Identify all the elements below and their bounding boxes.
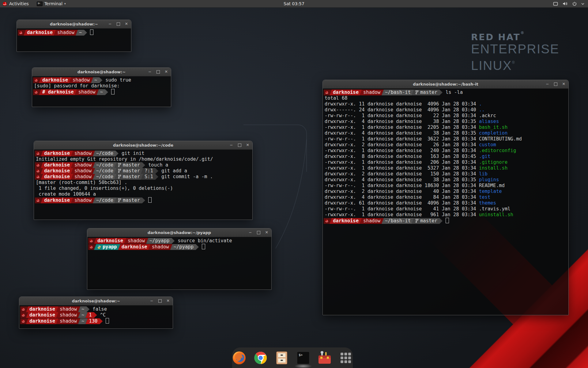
maximize-button[interactable] (117, 22, 120, 26)
ls-columns: drwxrwxr-x. 2 darknoise darknoise 150 Ja… (325, 171, 479, 177)
prompt-segment-user: darknoise (39, 77, 71, 83)
maximize-button[interactable] (257, 231, 260, 234)
output-line: drwxrwxr-x. 2 darknoise darknoise 26 Jan… (324, 142, 568, 148)
ls-filename: .ackrc (479, 113, 496, 118)
ls-columns: -rw-rw-r--. 1 darknoise darknoise 41 Jan… (325, 206, 479, 212)
chrome-icon (254, 351, 267, 365)
prompt-segment-venv: pyapp (94, 244, 120, 250)
prompt-segment-user: darknoise (41, 162, 73, 168)
terminal-content[interactable]: darknoiseshadow~/bash-itmasterls -latota… (323, 89, 568, 224)
close-button[interactable]: ✕ (265, 231, 268, 235)
terminal-window-1: darknoise@shadow:~−✕darknoiseshadow~ (17, 20, 131, 52)
prompt-segment-path: ~/pyapp (170, 244, 199, 250)
maximize-button[interactable] (158, 299, 162, 303)
minimize-button[interactable]: − (148, 70, 151, 74)
close-button[interactable]: ✕ (165, 70, 168, 74)
ls-columns: drwxrwxr-x. 4 darknoise darknoise 38 Jan… (325, 130, 479, 136)
redhat-icon (2, 2, 7, 6)
top-bar: Activities $> Terminal ▾ Sat 03:57 (0, 0, 588, 8)
ls-columns: drwxrwxr-x. 4 darknoise darknoise 84 Jan… (325, 194, 479, 200)
terminal-content[interactable]: darknoiseshadow~/pyappsource bin/activat… (87, 237, 271, 250)
minimize-button[interactable]: − (249, 231, 252, 235)
registered-mark: ® (521, 31, 525, 35)
ls-columns: drwxrwxr-x. 8 darknoise darknoise 163 Ja… (325, 154, 479, 159)
prompt-segment-host: shadow (360, 90, 384, 95)
ls-filename: bash_it.sh (479, 125, 507, 130)
terminal-content[interactable]: darknoiseshadow~sudo true[sudo] password… (32, 76, 171, 95)
close-button[interactable]: ✕ (167, 299, 170, 303)
terminal-content[interactable]: darknoiseshadow~falsedarknoiseshadow~1^C… (19, 305, 173, 324)
dock-icon-chrome[interactable] (254, 351, 268, 365)
minimize-button[interactable]: − (150, 299, 153, 303)
ls-filename: aliases (479, 119, 499, 124)
activities-button[interactable]: Activities (0, 1, 29, 6)
prompt-segment-user: darknoise (41, 168, 73, 174)
minimize-button[interactable]: − (230, 143, 233, 147)
rhel-logo-enterprise: ENTERPRISE (471, 42, 559, 56)
ls-filename: plugins (479, 177, 499, 182)
prompt-segment-user: darknoise (26, 312, 58, 318)
ls-filename: .. (479, 107, 485, 113)
prompt-segment-host: shadow (71, 197, 95, 203)
redhat-prompt-icon (21, 308, 25, 311)
terminal-app-icon: $> (37, 2, 43, 6)
command-text: touch a (148, 162, 168, 168)
window-titlebar[interactable]: darknoise@shadow:~−✕ (19, 297, 173, 305)
app-grid-icon (340, 352, 352, 364)
ls-filename: test (479, 194, 490, 200)
window-titlebar[interactable]: darknoise@shadow:~/pyapp−✕ (87, 228, 271, 237)
rhel-logo-brand: RED HAT (471, 32, 521, 42)
dock-icon-files[interactable] (275, 351, 289, 365)
power-icon (572, 2, 577, 6)
prompt-segment-branch: master (115, 174, 143, 180)
close-button[interactable]: ✕ (125, 22, 128, 26)
ls-filename: CONTRIBUTING.md (479, 136, 522, 142)
window-controls: −✕ (546, 80, 565, 88)
terminal-content[interactable]: darknoiseshadow~/codegit initInitialized… (34, 150, 252, 204)
prompt-line: darknoiseshadow~false (20, 306, 172, 312)
clock[interactable]: Sat 03:57 (284, 1, 304, 6)
terminal-cursor (106, 318, 109, 324)
dock-icon-app-grid[interactable] (339, 351, 353, 365)
output-line: drwxrwxr-x. 4 darknoise darknoise 38 Jan… (324, 130, 568, 136)
maximize-button[interactable] (554, 82, 557, 86)
command-text: sudo true (105, 77, 131, 83)
output-line: [sudo] password for darknoise: (33, 83, 170, 89)
redhat-prompt-icon (325, 91, 329, 94)
prompt-segment-branch: master (412, 218, 443, 224)
prompt-line: darknoiseshadow~/codemaster (35, 197, 252, 203)
minimize-button[interactable]: − (546, 82, 549, 86)
dock-icon-firefox[interactable] (232, 351, 246, 365)
maximize-button[interactable] (238, 144, 241, 147)
redhat-prompt-icon (36, 199, 40, 202)
output-line: -rwxrwxr-x. 1 darknoise darknoise 240 Ja… (324, 148, 568, 154)
desktop: { "topbar": { "activities_label": "Activ… (0, 0, 588, 368)
window-controls: −✕ (230, 141, 249, 149)
minimize-button[interactable]: − (108, 22, 111, 26)
window-titlebar[interactable]: darknoise@shadow:~/code−✕ (34, 141, 252, 150)
command-text: false (92, 306, 107, 312)
window-controls: −✕ (148, 68, 168, 76)
window-titlebar[interactable]: darknoise@shadow:~/bash-it−✕ (323, 80, 568, 89)
ls-columns: -rw-rw-r--. 1 darknoise darknoise 18630 … (325, 183, 479, 188)
terminal-cursor (90, 29, 93, 35)
close-button[interactable]: ✕ (562, 82, 565, 86)
app-menu-terminal[interactable]: $> Terminal ▾ (37, 1, 66, 6)
ls-filename: uninstall.sh (479, 212, 513, 217)
prompt-line: darknoiseshadow~1^C (20, 312, 172, 318)
terminal-content[interactable]: darknoiseshadow~ (17, 29, 131, 36)
toolbox-icon (318, 351, 332, 365)
prompt-line: # darknoiseshadow~ (33, 89, 170, 95)
window-titlebar[interactable]: darknoise@shadow:~−✕ (32, 68, 171, 76)
prompt-line: darknoiseshadow~/codemastertouch a (35, 162, 252, 168)
maximize-button[interactable] (156, 70, 160, 74)
dock-icon-toolbox[interactable] (318, 351, 332, 365)
window-titlebar[interactable]: darknoise@shadow:~−✕ (17, 20, 131, 29)
output-line: drwx------. 24 darknoise darknoise 4096 … (324, 107, 568, 113)
close-button[interactable]: ✕ (246, 143, 249, 147)
system-status-area[interactable] (553, 2, 588, 6)
redhat-prompt-icon (36, 152, 40, 155)
dock-icon-terminal[interactable]: $> (296, 351, 310, 365)
output-line: drwxrwxr-x. 61 darknoise darknoise 4096 … (324, 200, 568, 206)
prompt-segment-host: shadow (71, 162, 95, 168)
